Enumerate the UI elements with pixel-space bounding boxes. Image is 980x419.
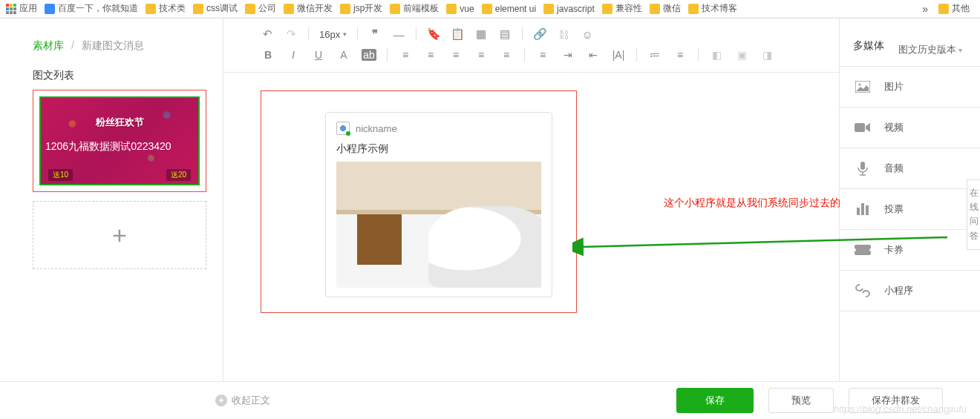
bookmark-item[interactable]: 微信开发 <box>297 2 333 15</box>
breadcrumb: 素材库 / 新建图文消息 <box>33 39 202 53</box>
editor-area[interactable]: nickname 小程序示例 <box>223 73 839 381</box>
side-tab[interactable]: 在 线 问 答 <box>967 179 980 250</box>
crumb-current: 新建图文消息 <box>82 39 144 51</box>
align-dist-icon[interactable]: ≡ <box>499 49 514 61</box>
badge: 送20 <box>166 169 191 181</box>
bookmark-item[interactable]: 前端模板 <box>403 2 439 15</box>
apps-label[interactable]: 应用 <box>19 2 37 15</box>
folder-icon <box>245 4 255 14</box>
bookmark-item[interactable]: 百度一下，你就知道 <box>58 2 138 15</box>
ul-icon[interactable]: ≡ <box>673 49 687 61</box>
quote-icon[interactable]: ❞ <box>368 27 382 41</box>
bookmark-item[interactable]: 公司 <box>258 2 276 15</box>
card-nickname: nickname <box>356 123 397 134</box>
image-icon <box>855 80 871 93</box>
ol-icon[interactable]: ≔ <box>647 49 662 61</box>
collapse-button[interactable]: + 收起正文 <box>215 394 270 407</box>
vote-icon <box>855 202 871 216</box>
letterspacing-icon[interactable]: |A| <box>611 49 626 61</box>
left-column: 素材库 / 新建图文消息 图文列表 粉丝狂欢节 1206九福数据测试022342… <box>0 19 223 381</box>
svg-point-3 <box>859 84 861 86</box>
bookmark-item[interactable]: 技术博客 <box>702 2 737 15</box>
clear-format-icon[interactable]: ▦ <box>474 27 488 41</box>
annotation-arrow <box>572 234 951 263</box>
bookmark-more[interactable]: » <box>922 3 928 15</box>
align-center-icon[interactable]: ≡ <box>448 49 463 61</box>
toolbar-row-2: B I U A ab ≡ ≡ ≡ ≡ ≡ ≡ ⇥ ⇤ |A| ≔ ≡ ◧ ▣ ◨ <box>223 45 839 73</box>
emoji-icon[interactable]: ☺ <box>581 27 594 41</box>
align-justify-icon[interactable]: ≡ <box>398 49 413 61</box>
bookmark-item[interactable]: javascript <box>557 4 595 14</box>
collapse-icon: + <box>215 395 227 406</box>
bookmark-item[interactable]: element ui <box>495 4 536 14</box>
side-tab-char: 线 <box>969 200 979 214</box>
indent-icon[interactable]: ⇥ <box>561 49 575 61</box>
folder-icon <box>446 4 457 14</box>
float-none-icon[interactable]: ▣ <box>734 49 749 61</box>
media-item-audio[interactable]: 音频 <box>840 148 980 189</box>
side-tab-char: 在 <box>969 186 979 200</box>
align-right-icon[interactable]: ≡ <box>474 49 489 61</box>
right-column: 多媒体 图片 视频 音频 投票 卡券 小程序 <box>839 19 980 381</box>
bookmark-item[interactable]: vue <box>460 4 474 14</box>
bold-icon[interactable]: B <box>261 49 275 61</box>
redo-icon[interactable]: ↷ <box>284 27 298 41</box>
media-label: 图片 <box>884 80 904 93</box>
link-icon[interactable]: 🔗 <box>533 27 546 41</box>
bookmark-item[interactable]: jsp开发 <box>353 2 382 15</box>
unlink-icon[interactable]: ⛓ <box>557 27 570 41</box>
bookmark-item[interactable]: 兼容性 <box>615 2 642 15</box>
textcolor-icon[interactable]: A <box>336 49 351 61</box>
save-button[interactable]: 保存 <box>676 388 754 413</box>
collapse-label: 收起正文 <box>232 394 270 407</box>
underline-icon[interactable]: U <box>311 49 326 61</box>
float-right-icon[interactable]: ◨ <box>760 49 774 61</box>
svg-rect-6 <box>857 208 860 215</box>
bookmark-other[interactable]: 其他 <box>952 2 970 15</box>
add-article-button[interactable]: + <box>33 201 206 269</box>
apps-icon[interactable] <box>6 4 16 14</box>
media-label: 小程序 <box>884 284 913 297</box>
preview-button[interactable]: 预览 <box>768 388 834 413</box>
folder-icon <box>390 4 400 14</box>
hr-icon[interactable]: — <box>392 27 405 41</box>
card-title: 小程序示例 <box>336 142 541 156</box>
card-image <box>336 162 541 288</box>
crumb-root[interactable]: 素材库 <box>33 39 64 51</box>
folder-icon <box>340 4 350 14</box>
toolbar-row-1: ↶ ↷ 16px ❞ — 🔖 📋 ▦ ▤ 🔗 ⛓ ☺ <box>223 19 839 45</box>
side-tab-char: 答 <box>969 229 979 243</box>
side-tab-char: 问 <box>969 214 979 228</box>
bookmark-item[interactable]: 技术类 <box>159 2 186 15</box>
bookmark-item[interactable]: css调试 <box>206 2 238 15</box>
bookmark-item[interactable]: 微信 <box>663 2 681 15</box>
article-card[interactable]: 粉丝狂欢节 1206九福数据测试0223420 送10送20 <box>33 90 206 192</box>
watermark: https://blog.csdn.net/changjiufu <box>834 403 967 415</box>
tag-icon[interactable]: 🔖 <box>427 27 440 41</box>
svg-rect-4 <box>855 123 865 132</box>
svg-rect-7 <box>861 203 864 215</box>
media-item-video[interactable]: 视频 <box>840 108 980 148</box>
media-item-image[interactable]: 图片 <box>840 67 980 108</box>
italic-icon[interactable]: I <box>286 49 301 61</box>
svg-rect-8 <box>866 205 869 215</box>
paste-text-icon[interactable]: ▤ <box>498 27 512 41</box>
folder-icon <box>602 4 612 14</box>
lineheight-icon[interactable]: ≡ <box>535 49 550 61</box>
fontsize-select[interactable]: 16px <box>319 29 347 40</box>
folder-icon <box>284 4 294 14</box>
undo-icon[interactable]: ↶ <box>261 27 274 41</box>
float-left-icon[interactable]: ◧ <box>709 49 724 61</box>
media-item-miniprogram[interactable]: 小程序 <box>840 271 980 311</box>
miniprogram-card[interactable]: nickname 小程序示例 <box>325 112 552 297</box>
outdent-icon[interactable]: ⇤ <box>586 49 601 61</box>
miniprogram-icon <box>855 284 871 297</box>
history-dropdown[interactable]: 图文历史版本 <box>898 43 962 56</box>
bgcolor-icon[interactable]: ab <box>362 49 376 61</box>
align-left-icon[interactable]: ≡ <box>423 49 438 61</box>
media-label: 音频 <box>884 162 904 175</box>
format-brush-icon[interactable]: 📋 <box>451 27 464 41</box>
annotation-text: 这个小程序就是从我们系统同步过去的 <box>664 197 840 210</box>
media-item-vote[interactable]: 投票 <box>840 189 980 230</box>
folder-icon <box>543 4 554 14</box>
